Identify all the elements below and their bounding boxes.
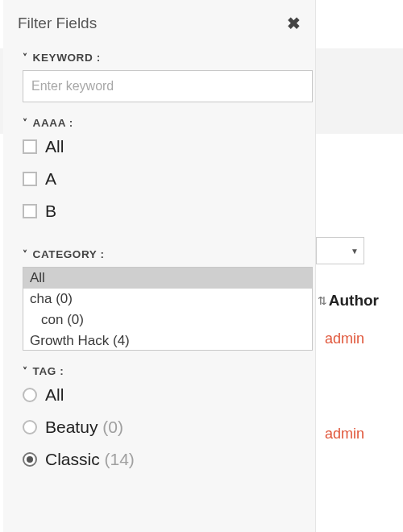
option-text: Beatuy (45, 418, 102, 436)
category-item[interactable]: cha (0) (23, 289, 312, 310)
option-label: All (45, 137, 64, 156)
sort-icon: ⇅ (318, 294, 327, 307)
tag-option[interactable]: Classic (14) (23, 450, 301, 469)
keyword-input[interactable] (23, 70, 313, 102)
category-listbox[interactable]: All cha (0) con (0) Growth Hack (4) (23, 267, 313, 351)
radio-icon[interactable] (23, 420, 37, 434)
section-toggle-aaaa[interactable]: ˅ AAAA : (23, 117, 301, 129)
section-heading-label: CATEGORY : (33, 248, 105, 260)
option-text: Classic (45, 450, 105, 468)
section-heading-label: TAG : (33, 365, 64, 377)
option-count: (14) (105, 450, 135, 468)
option-label: All (45, 385, 64, 405)
category-item[interactable]: Growth Hack (4) (23, 330, 312, 351)
section-keyword: ˅ KEYWORD : (3, 52, 315, 109)
option-label: B (45, 202, 56, 221)
aaaa-option[interactable]: B (23, 202, 301, 221)
aaaa-option[interactable]: A (23, 169, 301, 189)
chevron-down-icon: ˅ (23, 52, 28, 64)
option-label: Beatuy (0) (45, 418, 123, 437)
option-label: A (45, 169, 56, 189)
section-toggle-category[interactable]: ˅ CATEGORY : (23, 248, 301, 260)
rows-per-page-select[interactable]: ▼ (316, 237, 364, 264)
column-header-author[interactable]: ⇅Author (318, 292, 379, 310)
section-category: ˅ CATEGORY : All cha (0) con (0) Growth … (3, 248, 315, 357)
section-toggle-keyword[interactable]: ˅ KEYWORD : (23, 52, 301, 64)
tag-option[interactable]: Beatuy (0) (23, 418, 301, 437)
tag-option[interactable]: All (23, 385, 301, 405)
aaaa-option[interactable]: All (23, 137, 301, 156)
section-toggle-tag[interactable]: ˅ TAG : (23, 365, 301, 377)
section-aaaa: ˅ AAAA : All A B (3, 117, 315, 240)
option-text: All (45, 385, 64, 404)
radio-icon[interactable] (23, 452, 37, 467)
column-header-author-label: Author (329, 292, 379, 309)
chevron-down-icon: ˅ (23, 118, 28, 129)
checkbox-icon[interactable] (23, 139, 37, 154)
author-link[interactable]: admin (325, 426, 364, 443)
panel-title: Filter Fields (18, 15, 97, 32)
checkbox-icon[interactable] (23, 172, 37, 186)
caret-down-icon: ▼ (351, 247, 359, 256)
checkbox-icon[interactable] (23, 204, 37, 218)
section-heading-label: AAAA : (33, 117, 73, 129)
section-tag: ˅ TAG : All Beatuy (0) Classic (14) (3, 365, 315, 488)
filter-panel: Filter Fields ✖ ˅ KEYWORD : ˅ AAAA : All (3, 0, 316, 532)
option-count: (0) (102, 418, 123, 436)
chevron-down-icon: ˅ (23, 366, 28, 377)
chevron-down-icon: ˅ (23, 249, 28, 260)
option-label: Classic (14) (45, 450, 135, 469)
radio-icon[interactable] (23, 388, 37, 402)
close-icon[interactable]: ✖ (287, 15, 301, 31)
author-link[interactable]: admin (325, 330, 364, 347)
category-item[interactable]: con (0) (23, 310, 312, 330)
category-item[interactable]: All (23, 268, 312, 289)
section-heading-label: KEYWORD : (33, 52, 101, 64)
